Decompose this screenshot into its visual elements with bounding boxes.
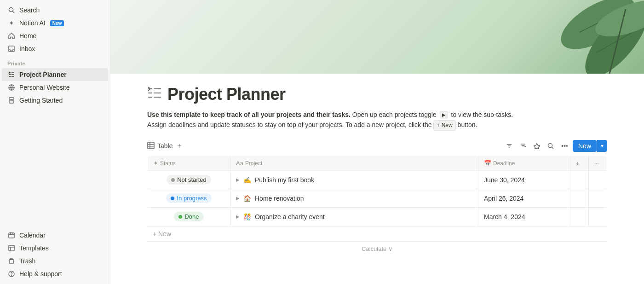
table-toolbar: Table + xyxy=(147,140,607,152)
status-text: In progress xyxy=(177,195,207,202)
project-emoji: ✍️ xyxy=(243,176,251,184)
row-more-cell xyxy=(589,208,607,226)
search-table-button[interactable] xyxy=(545,141,557,151)
help-icon xyxy=(7,270,16,278)
templates-icon xyxy=(7,244,16,252)
help-support-label: Help & support xyxy=(19,270,62,278)
desc-text-2: Open up each projects toggle xyxy=(351,111,438,118)
th-add-col[interactable]: + xyxy=(570,156,589,171)
svg-rect-13 xyxy=(9,233,14,238)
table-row[interactable]: Not started ▶ ✍️ Publish my first book J… xyxy=(148,171,607,189)
hero-banner xyxy=(110,0,644,74)
svg-point-21 xyxy=(12,276,12,276)
sidebar-item-getting-started[interactable]: Getting Started xyxy=(2,94,108,107)
trash-icon xyxy=(7,257,16,265)
svg-rect-10 xyxy=(9,98,14,103)
sidebar-trash[interactable]: Trash xyxy=(2,255,108,267)
project-name: Organize a charity event xyxy=(255,213,325,220)
notion-ai-badge: New xyxy=(50,20,64,26)
project-cell[interactable]: ▶ ✍️ Publish my first book xyxy=(230,171,478,189)
row-add-cell xyxy=(570,171,589,189)
status-badge: Not started xyxy=(167,175,211,185)
status-badge: Done xyxy=(174,212,203,221)
filter-button[interactable] xyxy=(503,141,515,151)
new-record-dropdown-button[interactable]: ▾ xyxy=(597,140,607,152)
project-cell[interactable]: ▶ 🎊 Organize a charity event xyxy=(230,208,478,226)
row-add-cell xyxy=(570,189,589,208)
personal-website-icon xyxy=(7,83,16,92)
deadline-value: June 30, 2024 xyxy=(484,176,525,184)
th-more-cols[interactable]: ··· xyxy=(589,156,607,171)
getting-started-label: Getting Started xyxy=(19,97,63,104)
sidebar-item-personal-website[interactable]: Personal Website xyxy=(2,81,108,94)
project-cell[interactable]: ▶ 🏠 Home renovation xyxy=(230,189,478,208)
notion-ai-label: Notion AI xyxy=(19,19,46,27)
status-cell[interactable]: Not started xyxy=(148,171,230,189)
templates-label: Templates xyxy=(19,244,49,252)
inbox-label: Inbox xyxy=(19,45,35,52)
more-options-button[interactable]: ••• xyxy=(558,140,571,151)
status-cell[interactable]: Done xyxy=(148,208,230,226)
add-row-label: + New xyxy=(153,230,171,238)
svg-point-0 xyxy=(9,8,13,12)
sidebar-home[interactable]: Home xyxy=(2,29,108,42)
page-header: Project Planner xyxy=(147,85,607,104)
table-row[interactable]: Done ▶ 🎊 Organize a charity event March … xyxy=(148,208,607,226)
table-header-row: ✦ Status Aa Project 📅 Deadline xyxy=(148,156,607,171)
project-col-icon: Aa xyxy=(236,160,243,167)
toggle-arrow-icon: ▶ xyxy=(440,111,448,119)
hero-decoration xyxy=(451,0,644,74)
status-col-icon: ✦ xyxy=(153,160,158,167)
th-status: ✦ Status xyxy=(148,156,230,171)
search-icon xyxy=(7,6,16,14)
row-more-cell xyxy=(589,189,607,208)
private-section-label: Private xyxy=(0,55,110,68)
svg-marker-43 xyxy=(534,143,540,149)
deadline-cell[interactable]: June 30, 2024 xyxy=(478,171,570,189)
add-view-button[interactable]: + xyxy=(175,141,183,151)
th-project: Aa Project xyxy=(230,156,478,171)
deadline-col-label: Deadline xyxy=(493,160,515,167)
new-button-group: New ▾ xyxy=(573,140,607,152)
sidebar-templates[interactable]: Templates xyxy=(2,242,108,255)
deadline-col-icon: 📅 xyxy=(484,160,491,167)
new-record-button[interactable]: New xyxy=(573,140,597,152)
sidebar-notion-ai[interactable]: ✦ Notion AI New xyxy=(2,17,108,29)
expand-toggle[interactable]: ▶ xyxy=(236,196,240,201)
sidebar-inbox[interactable]: Inbox xyxy=(2,42,108,55)
automations-button[interactable] xyxy=(531,141,543,151)
page-content: Project Planner Use this template to kee… xyxy=(110,74,644,284)
home-icon xyxy=(7,32,16,40)
sidebar-help-support[interactable]: Help & support xyxy=(2,267,108,280)
svg-line-1 xyxy=(13,12,15,13)
status-cell[interactable]: In progress xyxy=(148,189,230,208)
sort-button[interactable] xyxy=(517,141,529,151)
personal-website-label: Personal Website xyxy=(19,84,69,91)
calculate-label: Calculate ∨ xyxy=(362,245,393,252)
toolbar-right: ••• New ▾ xyxy=(503,140,607,152)
calculate-button[interactable]: Calculate ∨ xyxy=(147,241,607,256)
deadline-value: March 4, 2024 xyxy=(484,213,525,220)
sidebar-calendar[interactable]: Calendar xyxy=(2,229,108,242)
sidebar-search[interactable]: Search xyxy=(2,4,108,17)
sidebar-item-project-planner[interactable]: Project Planner xyxy=(2,68,108,81)
table-icon xyxy=(147,142,155,151)
deadline-cell[interactable]: April 26, 2024 xyxy=(478,189,570,208)
page-icon xyxy=(147,86,162,104)
svg-rect-33 xyxy=(148,142,154,149)
trash-label: Trash xyxy=(19,257,35,265)
description-bold: Use this template to keep track of all y… xyxy=(147,111,351,118)
expand-toggle[interactable]: ▶ xyxy=(236,177,240,182)
svg-point-44 xyxy=(548,144,552,148)
table-view-label: Table xyxy=(157,142,172,150)
sidebar: Search ✦ Notion AI New Home Inbox Privat… xyxy=(0,0,110,284)
deadline-cell[interactable]: March 4, 2024 xyxy=(478,208,570,226)
svg-rect-19 xyxy=(10,260,13,264)
table-row[interactable]: In progress ▶ 🏠 Home renovation April 26… xyxy=(148,189,607,208)
project-col-label: Project xyxy=(245,160,262,167)
expand-toggle[interactable]: ▶ xyxy=(236,214,240,219)
add-row-button[interactable]: + New xyxy=(147,226,607,241)
project-planner-icon xyxy=(7,70,16,79)
calendar-label: Calendar xyxy=(19,232,46,239)
new-inline-badge: + New xyxy=(433,120,455,131)
